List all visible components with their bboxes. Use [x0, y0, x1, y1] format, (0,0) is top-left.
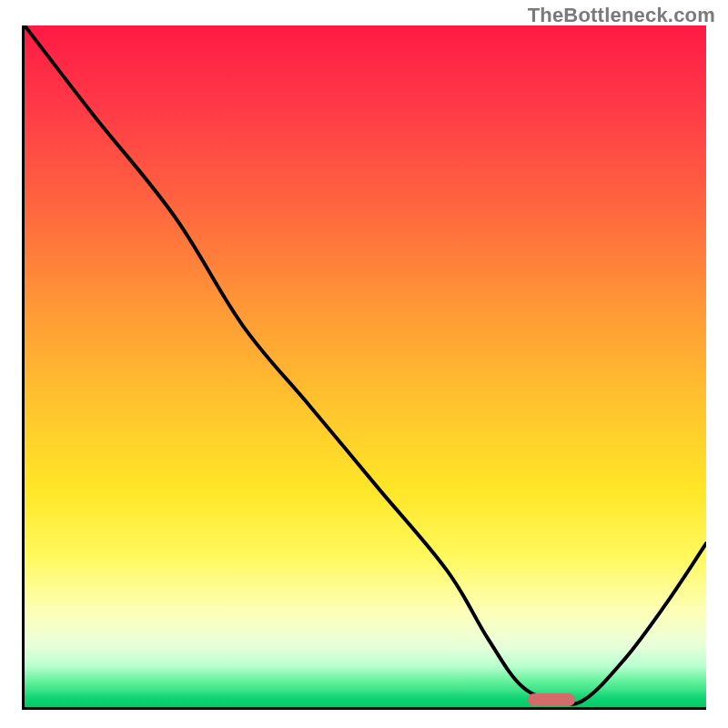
optimal-marker [528, 693, 575, 706]
plot-area [22, 25, 706, 710]
watermark-text: TheBottleneck.com [528, 4, 715, 27]
chart-container: TheBottleneck.com [0, 0, 728, 728]
bottleneck-curve [25, 25, 706, 707]
